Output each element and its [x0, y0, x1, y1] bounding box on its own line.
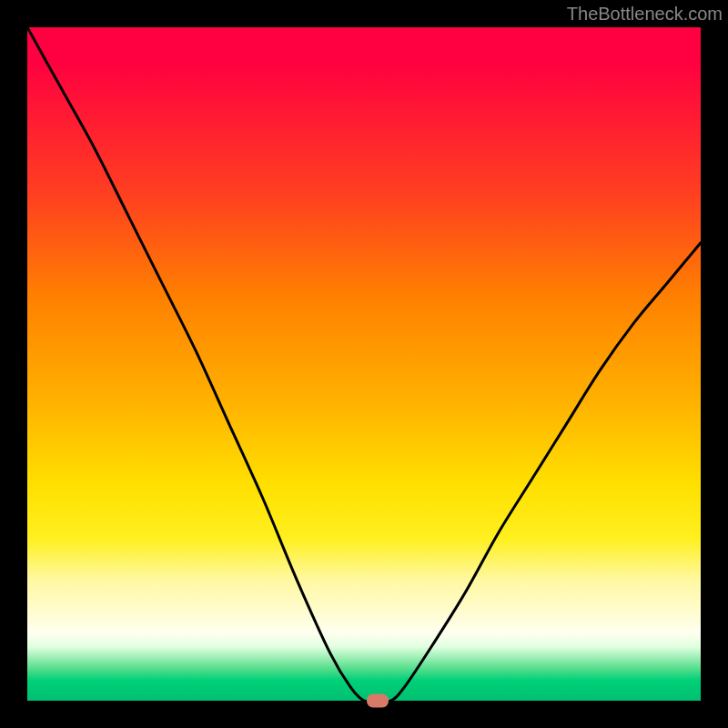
- optimum-marker: [367, 694, 389, 708]
- chart-container: TheBottleneck.com: [0, 0, 728, 728]
- watermark-text: TheBottleneck.com: [567, 4, 723, 25]
- bottleneck-curve: [27, 27, 701, 701]
- curve-svg: [27, 27, 701, 701]
